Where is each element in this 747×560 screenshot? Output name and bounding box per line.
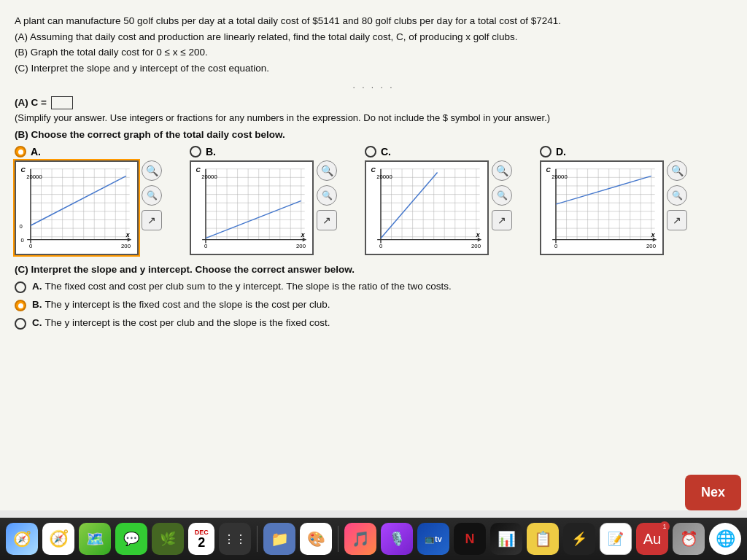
graph-c-radio-row[interactable]: C. bbox=[365, 146, 391, 158]
graph-b-box: C x 20000 200 0 bbox=[190, 160, 314, 255]
taskbar-notif-wrapper: Au 1 bbox=[636, 523, 668, 555]
taskbar-app1-icon[interactable]: 🌿 bbox=[152, 523, 184, 555]
part-c-section: (C) Interpret the slope and y intercept.… bbox=[15, 264, 732, 330]
svg-text:200: 200 bbox=[296, 244, 306, 250]
taskbar-maps-icon[interactable]: 🗺️ bbox=[79, 523, 111, 555]
taskbar: 🧭 🧭 🗺️ 💬 🌿 DEC 2 ⋮⋮ 📁 🎨 🎵 🎙️ bbox=[0, 518, 747, 560]
graph-b-letter: B. bbox=[206, 146, 216, 158]
svg-text:x: x bbox=[125, 231, 131, 238]
zoom-in-icon-b[interactable]: 🔍 bbox=[317, 160, 337, 181]
graph-c-zoom: 🔍 🔍 ↗ bbox=[492, 160, 512, 230]
expand-icon-d[interactable]: ↗ bbox=[667, 210, 687, 230]
problem-line4: (C) Interpret the slope and y intercept … bbox=[15, 61, 732, 77]
taskbar-date-day: 2 bbox=[198, 536, 205, 549]
svg-text:200: 200 bbox=[646, 244, 656, 250]
part-b-label: (B) Choose the correct graph of the tota… bbox=[15, 129, 732, 140]
taskbar-sep1 bbox=[257, 526, 258, 552]
svg-line-108 bbox=[556, 176, 651, 205]
svg-text:0: 0 bbox=[29, 244, 32, 250]
svg-text:C: C bbox=[371, 166, 376, 174]
graph-a-zoom: 🔍 🔍 ↗ bbox=[142, 160, 162, 230]
next-button[interactable]: Nex bbox=[685, 475, 741, 510]
graph-d-radio-row[interactable]: D. bbox=[540, 146, 566, 158]
graph-a-radio-row[interactable]: A. bbox=[15, 146, 41, 158]
graph-d-box: C x 20000 200 0 bbox=[540, 160, 664, 255]
zoom-out-icon-c[interactable]: 🔍 bbox=[492, 185, 512, 206]
svg-text:x: x bbox=[476, 231, 481, 238]
taskbar-clock-icon[interactable]: ⏰ bbox=[673, 523, 705, 555]
mc-a-text: The fixed cost and cost per club sum to … bbox=[45, 281, 452, 292]
taskbar-safari-icon[interactable]: 🧭 bbox=[42, 523, 74, 555]
graph-b-radio-row[interactable]: B. bbox=[190, 146, 216, 158]
svg-text:200: 200 bbox=[471, 244, 481, 250]
taskbar-folder-icon[interactable]: 📁 bbox=[263, 523, 295, 555]
taskbar-music-icon[interactable]: 🎵 bbox=[344, 523, 376, 555]
zoom-in-icon-d[interactable]: 🔍 bbox=[667, 160, 687, 181]
taskbar-podcasts-icon[interactable]: 🎙️ bbox=[381, 523, 413, 555]
taskbar-notes-icon[interactable]: 📋 bbox=[527, 523, 559, 555]
graph-b-wrapper: C x 20000 200 0 🔍 🔍 ↗ bbox=[190, 160, 337, 255]
part-a-label: (A) C = bbox=[15, 96, 732, 109]
mc-b-letter: B. bbox=[32, 299, 42, 310]
graph-a-wrapper: C x 0 0 20000 200 0 🔍 🔍 ↗ bbox=[15, 160, 162, 255]
mc-option-a[interactable]: A. The fixed cost and cost per club sum … bbox=[15, 281, 732, 293]
graph-option-a: A. bbox=[15, 146, 182, 255]
graph-option-d: D. bbox=[540, 146, 708, 255]
graph-c-svg: C x 20000 200 0 bbox=[366, 162, 487, 254]
expand-icon-b[interactable]: ↗ bbox=[317, 210, 337, 230]
svg-line-52 bbox=[206, 201, 301, 238]
zoom-in-icon-c[interactable]: 🔍 bbox=[492, 160, 512, 181]
taskbar-photos-icon[interactable]: 🎨 bbox=[300, 523, 332, 555]
problem-line3: (B) Graph the total daily cost for 0 ≤ x… bbox=[15, 44, 732, 61]
graph-a-svg: C x 0 0 20000 200 0 bbox=[16, 162, 137, 254]
graph-option-c: C. bbox=[365, 146, 533, 255]
graph-d-zoom: 🔍 🔍 ↗ bbox=[667, 160, 687, 230]
taskbar-appstore-icon[interactable]: N bbox=[454, 523, 486, 555]
svg-text:0: 0 bbox=[19, 223, 22, 230]
mc-b-text: The y intercept is the fixed cost and th… bbox=[45, 299, 330, 310]
mc-option-c[interactable]: C. The y intercept is the cost per club … bbox=[15, 317, 732, 330]
mc-a-letter: A. bbox=[32, 281, 42, 292]
zoom-out-icon-b[interactable]: 🔍 bbox=[317, 185, 337, 206]
svg-text:C: C bbox=[196, 166, 201, 174]
mc-a-radio[interactable] bbox=[15, 281, 26, 293]
svg-text:200: 200 bbox=[121, 244, 131, 250]
mc-c-radio[interactable] bbox=[15, 318, 26, 330]
taskbar-pro-icon[interactable]: ⚡ bbox=[563, 523, 595, 555]
taskbar-finder-icon[interactable]: 🧭 bbox=[6, 523, 38, 555]
graph-d-radio[interactable] bbox=[540, 146, 551, 158]
graph-a-radio[interactable] bbox=[15, 146, 26, 158]
taskbar-stocks-icon[interactable]: 📊 bbox=[490, 523, 522, 555]
zoom-in-icon-a[interactable]: 🔍 bbox=[142, 160, 162, 181]
taskbar-textedit-icon[interactable]: 📝 bbox=[600, 523, 632, 555]
part-a-input[interactable] bbox=[51, 96, 73, 109]
graph-b-radio[interactable] bbox=[190, 146, 201, 158]
expand-icon-a[interactable]: ↗ bbox=[142, 210, 162, 230]
mc-option-b[interactable]: B. The y intercept is the fixed cost and… bbox=[15, 299, 732, 311]
svg-text:0: 0 bbox=[379, 244, 382, 250]
graph-c-radio[interactable] bbox=[365, 146, 376, 158]
graph-c-box: C x 20000 200 0 bbox=[365, 160, 489, 255]
notification-badge: 1 bbox=[659, 521, 670, 532]
part-c-label: (C) Interpret the slope and y intercept.… bbox=[15, 264, 732, 275]
svg-text:C: C bbox=[20, 166, 26, 174]
graph-c-letter: C. bbox=[381, 146, 391, 158]
expand-icon-c[interactable]: ↗ bbox=[492, 210, 512, 230]
taskbar-tv-icon[interactable]: 📺tv bbox=[417, 523, 449, 555]
graphs-row: A. bbox=[15, 146, 732, 255]
taskbar-messages-icon[interactable]: 💬 bbox=[115, 523, 147, 555]
graph-c-wrapper: C x 20000 200 0 🔍 🔍 ↗ bbox=[365, 160, 512, 255]
svg-text:20000: 20000 bbox=[551, 174, 568, 181]
dots-separator: . . . . . bbox=[15, 80, 732, 90]
svg-text:x: x bbox=[301, 231, 306, 238]
taskbar-browser-icon[interactable]: 🌐 bbox=[709, 523, 741, 555]
zoom-out-icon-a[interactable]: 🔍 bbox=[142, 185, 162, 206]
zoom-out-icon-d[interactable]: 🔍 bbox=[667, 185, 687, 206]
graph-a-box: C x 0 0 20000 200 0 bbox=[15, 160, 139, 255]
mc-b-radio[interactable] bbox=[15, 300, 26, 311]
taskbar-date[interactable]: DEC 2 bbox=[188, 523, 214, 555]
taskbar-dots-icon[interactable]: ⋮⋮ bbox=[219, 523, 251, 555]
taskbar-sep2 bbox=[338, 526, 338, 552]
graph-b-svg: C x 20000 200 0 bbox=[191, 162, 312, 254]
main-content: A plant can manufacture 50 golf clubs pe… bbox=[0, 0, 747, 510]
